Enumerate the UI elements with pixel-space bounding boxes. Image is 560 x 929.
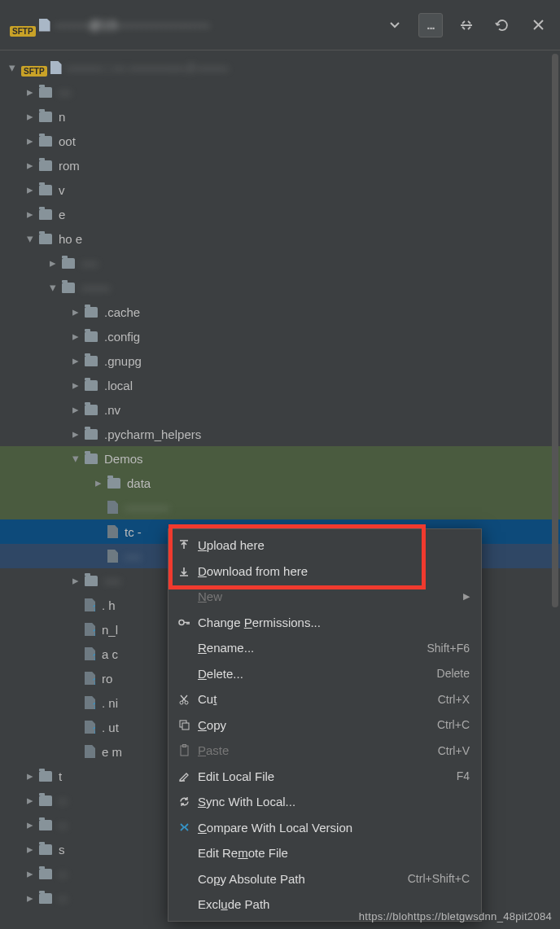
menu-item-edit-local-file[interactable]: Edit Local FileF4 [168, 764, 481, 790]
refresh-icon[interactable] [490, 13, 514, 37]
file-icon [85, 721, 95, 734]
folder-icon [107, 478, 120, 489]
menu-item-edit-remote-file[interactable]: Edit Remote File [168, 840, 481, 866]
file-icon [50, 61, 62, 74]
tree-row[interactable]: ▸n [0, 104, 560, 129]
tree-row[interactable]: ▸.config [0, 324, 560, 348]
chevron-right-icon[interactable]: ▸ [70, 402, 81, 417]
chevron-right-icon[interactable]: ▸ [24, 842, 36, 857]
menu-item-copy[interactable]: CopyCtrl+C [168, 712, 481, 738]
close-icon[interactable] [526, 13, 550, 37]
tree-row[interactable]: ▸.pycharm_helpers [0, 422, 560, 446]
menu-label: Compare With Local Version [198, 821, 470, 835]
tree-row[interactable]: ▸oot [0, 129, 560, 153]
chevron-right-icon[interactable]: ▸ [24, 891, 36, 905]
chevron-right-icon[interactable]: ▸ [70, 353, 81, 368]
menu-item-sync-with-local[interactable]: Sync With Local... [168, 789, 481, 815]
scrollbar[interactable] [552, 54, 558, 607]
tree-item-label: .pycharm_helpers [104, 427, 201, 441]
tree-row[interactable]: ▸.cache [0, 300, 560, 324]
menu-item-change-permissions[interactable]: Change Permissions... [168, 610, 481, 636]
paste-icon [175, 744, 193, 756]
tree-row[interactable]: ▸e [0, 202, 560, 226]
tree-row[interactable]: ▸.nv [0, 397, 560, 422]
file-icon [107, 525, 118, 538]
folder-icon [39, 869, 52, 879]
chevron-right-icon[interactable]: ▸ [24, 207, 36, 221]
tree-item-label: -- [59, 818, 67, 832]
folder-icon [39, 820, 52, 830]
tree-item-label: e m [102, 745, 122, 759]
folder-icon [85, 307, 98, 318]
chevron-down-icon[interactable]: ▾ [47, 280, 59, 295]
file-icon [85, 745, 95, 758]
chevron-right-icon[interactable]: ▸ [24, 866, 36, 881]
submenu-arrow-icon: ▶ [463, 591, 470, 602]
tree-row[interactable]: ▸rom [0, 153, 560, 177]
chevron-right-icon[interactable]: ▸ [93, 475, 104, 490]
chevron-right-icon: ▸ [70, 720, 81, 734]
cut-icon [175, 694, 193, 705]
tree-root-row[interactable]: ▾ SFTP --------- : --- -------------- / … [0, 55, 560, 80]
watermark: https://blohttps://bletgwsdnn_48pit2084 [359, 910, 552, 922]
tree-row[interactable]: ▸.local [0, 373, 560, 397]
folder-icon [39, 209, 52, 220]
menu-item-upload-here[interactable]: Upload here [168, 532, 481, 559]
folder-icon [85, 454, 98, 464]
chevron-right-icon[interactable]: ▸ [24, 817, 36, 832]
menu-item-copy-absolute-path[interactable]: Copy Absolute PathCtrl+Shift+C [168, 866, 481, 892]
menu-shortcut: Shift+F6 [427, 642, 470, 655]
folder-icon [62, 283, 75, 293]
tree-row[interactable]: ▸---- [0, 251, 560, 275]
tree-row[interactable]: ▸----------- [0, 495, 560, 519]
tree-item-label: s [59, 843, 65, 857]
chevron-right-icon[interactable]: ▸ [47, 256, 59, 270]
tree-item-label: . ut [102, 721, 119, 734]
tree-item-label: ----------- [125, 501, 169, 515]
chevron-right-icon[interactable]: ▸ [70, 573, 81, 588]
chevron-down-icon[interactable]: ▾ [24, 231, 36, 246]
menu-item-paste: PasteCtrl+V [168, 738, 481, 764]
folder-icon [85, 380, 98, 391]
folder-icon [85, 405, 98, 415]
chevron-right-icon[interactable]: ▸ [24, 769, 36, 783]
more-button[interactable]: ... [418, 13, 443, 37]
chevron-right-icon[interactable]: ▸ [24, 109, 36, 124]
chevron-right-icon[interactable]: ▸ [24, 182, 36, 197]
tree-item-label: .config [104, 330, 140, 344]
chevron-right-icon[interactable]: ▸ [70, 305, 81, 319]
menu-label: Paste [198, 743, 438, 757]
tree-item-label: ---- [125, 550, 141, 563]
menu-item-compare-with-local-version[interactable]: Compare With Local Version [168, 815, 481, 841]
tree-row[interactable]: ▸--- [0, 80, 560, 104]
chevron-right-icon[interactable]: ▸ [70, 378, 81, 392]
chevron-right-icon[interactable]: ▸ [70, 329, 81, 344]
menu-item-cut[interactable]: CutCtrl+X [168, 686, 481, 712]
tree-item-label: ---- [81, 256, 98, 270]
menu-item-rename[interactable]: Rename...Shift+F6 [168, 635, 481, 661]
chevron-right-icon[interactable]: ▸ [24, 793, 36, 808]
tree-item-label: ------- [81, 281, 110, 295]
chevron-down-icon[interactable]: ▾ [70, 451, 81, 466]
chevron-right-icon[interactable]: ▸ [24, 85, 36, 99]
tree-row[interactable]: ▸.gnupg [0, 348, 560, 373]
menu-item-delete[interactable]: Delete...Delete [168, 661, 481, 687]
split-icon[interactable] [454, 13, 479, 37]
tree-row[interactable]: ▾ho e [0, 226, 560, 251]
tree-item-label: .local [104, 379, 133, 392]
chevron-right-icon: ▸ [70, 622, 81, 637]
folder-icon [85, 429, 98, 440]
tree-item-label: ho e [59, 232, 82, 246]
tree-row[interactable]: ▸v [0, 177, 560, 202]
tree-row[interactable]: ▾------- [0, 275, 560, 300]
chevron-right-icon[interactable]: ▸ [24, 158, 36, 173]
menu-item-download-from-here[interactable]: Download from here [168, 559, 481, 585]
connection-label: -------@15------------------- [55, 18, 211, 32]
dropdown-icon[interactable] [383, 13, 407, 37]
tree-row[interactable]: ▾Demos [0, 446, 560, 471]
tree-item-label: v [59, 183, 65, 197]
chevron-right-icon[interactable]: ▸ [70, 427, 81, 441]
tree-row[interactable]: ▸data [0, 471, 560, 495]
chevron-right-icon[interactable]: ▸ [24, 134, 36, 148]
chevron-down-icon[interactable]: ▾ [7, 60, 18, 75]
